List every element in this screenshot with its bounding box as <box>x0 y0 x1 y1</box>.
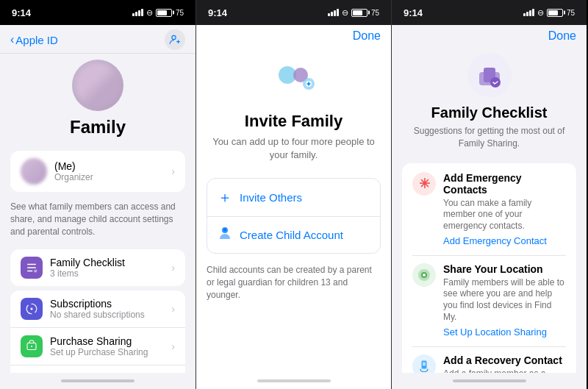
recovery-icon-wrap <box>412 354 436 373</box>
invite-header: Invite Family You can add up to four mor… <box>196 46 391 174</box>
checklist-subtitle: Suggestions for getting the most out of … <box>406 125 572 150</box>
recovery-body: Add a Recovery Contact Add a family memb… <box>443 354 566 373</box>
home-indicator-3 <box>392 373 587 389</box>
battery-label-3: 75 <box>567 9 575 17</box>
svg-point-5 <box>31 308 33 310</box>
checklist-items-card: ✳ Add Emergency Contacts You can make a … <box>402 163 576 373</box>
emergency-icon-wrap: ✳ <box>412 172 436 196</box>
invite-others-label: Invite Others <box>240 191 302 204</box>
recovery-icon <box>417 359 431 373</box>
status-bar-1: 9:14 ⊖ 75 <box>0 0 196 25</box>
family-header: Family <box>0 54 196 146</box>
wifi-icon-2: ⊖ <box>342 8 348 18</box>
create-child-row[interactable]: Create Child Account <box>207 217 380 253</box>
checklist-title: Family Checklist <box>431 104 548 121</box>
time-3: 9:14 <box>404 7 423 18</box>
checklist-icon-wrap <box>21 257 43 279</box>
family-title: Family <box>70 117 126 138</box>
signal-icon-2 <box>328 9 339 16</box>
purchase-icon <box>25 340 38 353</box>
invite-subtitle: You can add up to four more people to yo… <box>211 135 376 162</box>
add-family-button[interactable] <box>165 29 185 50</box>
divider-2 <box>412 346 566 347</box>
location-body: Share Your Location Family members will … <box>443 263 566 338</box>
subscriptions-icon-wrap <box>21 298 43 320</box>
feature-subtitle-subscriptions: No shared subscriptions <box>50 310 171 320</box>
member-info: (Me) Organizer <box>54 160 171 182</box>
chevron-right-icon-member: › <box>171 165 175 177</box>
create-child-label: Create Child Account <box>240 229 343 241</box>
battery-label-2: 75 <box>371 9 379 17</box>
member-card: (Me) Organizer › <box>10 151 185 192</box>
avatar-blur <box>76 63 120 107</box>
home-indicator-2 <box>196 373 391 389</box>
nav-bar-1: ‹ Apple ID <box>0 25 196 54</box>
feature-info-checklist: Family Checklist 3 items <box>50 257 171 279</box>
person-add-icon <box>168 33 182 46</box>
checklist-item-location: Share Your Location Family members will … <box>412 263 566 338</box>
feature-title-checklist: Family Checklist <box>50 257 171 268</box>
done-button-2[interactable]: Done <box>353 29 381 43</box>
feature-row-subscriptions[interactable]: Subscriptions No shared subscriptions › <box>10 290 185 328</box>
emergency-desc: You can make a family member one of your… <box>443 198 566 232</box>
back-button-1[interactable]: ‹ Apple ID <box>10 33 58 46</box>
panel-invite: 9:14 ⊖ 75 Done <box>196 0 391 389</box>
status-icons-3: ⊖ 75 <box>523 8 575 18</box>
checklist-item-emergency: ✳ Add Emergency Contacts You can make a … <box>412 172 566 247</box>
emergency-link[interactable]: Add Emergency Contact <box>443 235 566 246</box>
svg-point-0 <box>172 35 176 39</box>
time-2: 9:14 <box>208 7 227 18</box>
back-label-1: Apple ID <box>15 34 58 46</box>
chevron-right-icon-subs: › <box>171 303 175 315</box>
time-1: 9:14 <box>12 7 31 18</box>
nav-bar-2: Done <box>196 25 391 46</box>
features-card: Family Checklist 3 items › <box>10 249 185 286</box>
signal-icon-1 <box>132 9 143 16</box>
invite-scroll: Invite Family You can add up to four mor… <box>196 46 391 373</box>
member-role: Organizer <box>54 172 171 182</box>
status-bar-2: 9:14 ⊖ 75 <box>196 0 391 25</box>
location-share-icon <box>417 268 431 282</box>
panel-family: 9:14 ⊖ 75 ‹ Apple ID <box>0 0 196 389</box>
emergency-title: Add Emergency Contacts <box>443 172 566 196</box>
family-scroll: Family (Me) Organizer › See what family … <box>0 54 196 373</box>
checklist-item-recovery: Add a Recovery Contact Add a family memb… <box>412 354 566 373</box>
checklist-header-icon <box>476 62 503 88</box>
svg-point-16 <box>490 77 501 88</box>
location-desc: Family members will be able to see where… <box>443 277 566 323</box>
svg-rect-2 <box>27 268 36 269</box>
svg-rect-3 <box>27 271 33 272</box>
divider-1 <box>412 255 566 256</box>
feature-row-purchase[interactable]: Purchase Sharing Set up Purchase Sharing… <box>10 328 185 365</box>
svg-rect-22 <box>423 363 426 364</box>
purchase-icon-wrap <box>21 335 43 357</box>
wifi-icon-3: ⊖ <box>537 8 544 18</box>
signal-icon-3 <box>523 9 534 16</box>
member-name: (Me) <box>54 160 171 172</box>
checklist-scroll: Family Checklist Suggestions for getting… <box>392 46 587 373</box>
feature-title-purchase: Purchase Sharing <box>50 335 171 347</box>
chevron-right-icon-checklist: › <box>171 262 175 274</box>
feature-info-subscriptions: Subscriptions No shared subscriptions <box>50 298 171 320</box>
feature-row-location[interactable]: Location Sharing Not sharing with family… <box>10 365 185 373</box>
checklist-icon-wrap <box>467 53 512 97</box>
location-link[interactable]: Set Up Location Sharing <box>443 326 566 338</box>
invite-title: Invite Family <box>245 112 343 131</box>
battery-icon-2 <box>351 9 368 17</box>
recovery-title: Add a Recovery Contact <box>443 354 566 366</box>
family-avatar-group <box>72 60 123 111</box>
member-row[interactable]: (Me) Organizer › <box>10 151 185 192</box>
emergency-icon: ✳ <box>419 176 430 192</box>
invite-others-row[interactable]: ＋ Invite Others <box>207 179 380 217</box>
member-avatar <box>21 158 47 185</box>
battery-label-1: 75 <box>176 9 184 17</box>
done-button-3[interactable]: Done <box>548 29 576 43</box>
feature-info-purchase: Purchase Sharing Set up Purchase Sharing <box>50 335 171 357</box>
feature-row-checklist[interactable]: Family Checklist 3 items › <box>10 249 185 286</box>
feature-subtitle-purchase: Set up Purchase Sharing <box>50 347 171 357</box>
panel-checklist: 9:14 ⊖ 75 Done <box>391 0 587 389</box>
status-icons-1: ⊖ 75 <box>132 8 184 18</box>
wifi-icon-1: ⊖ <box>146 8 153 18</box>
status-bar-3: 9:14 ⊖ 75 <box>392 0 587 25</box>
child-icon <box>218 226 232 244</box>
